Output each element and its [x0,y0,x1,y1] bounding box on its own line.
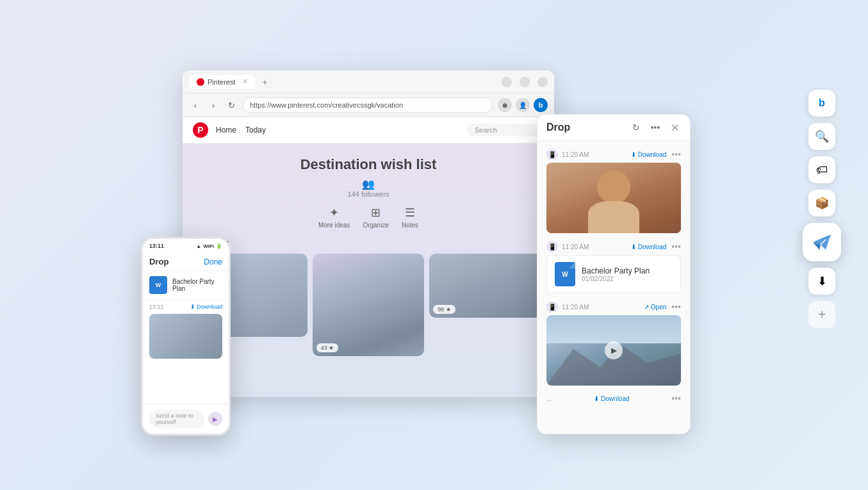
profile-button[interactable]: 👤 [516,98,530,112]
sidebar-add-button[interactable]: + [808,301,835,328]
extensions-button[interactable]: ⊕ [498,98,512,112]
pin-3[interactable]: 98 ★ [429,254,541,318]
tab-close-icon[interactable]: ✕ [242,78,248,86]
pin-2[interactable]: 43 ★ [313,254,425,356]
drop-panel: Drop ↻ ••• ✕ 📱 11:20 AM ⬇ Download ••• [537,114,691,434]
play-button[interactable]: ▶ [605,341,623,359]
sidebar-icons: b 🔍 🏷 📦 ⬇ + [803,90,841,328]
drop-message-2-meta: 📱 11:20 AM ⬇ Download ••• [546,241,681,252]
pinterest-tab-icon [197,78,204,86]
pins-count: 126 Pins [195,238,541,247]
drop-last-more[interactable]: ••• [671,393,681,404]
sidebar-logo-button[interactable]: b [808,90,835,117]
phone-file-item[interactable]: W Bachelor Party Plan [143,271,229,300]
drop-message-3-open[interactable]: ↗ Open [644,304,666,311]
reload-button[interactable]: ↻ [225,99,238,111]
drop-more-button[interactable]: ••• [649,121,662,134]
drop-photo-1 [546,163,681,233]
drop-message-2-more[interactable]: ••• [671,241,681,252]
phone-note-input[interactable]: Send a note to yourself [149,409,204,429]
notes-action[interactable]: ☰ Notes [402,206,418,229]
drop-header-actions: ↻ ••• ✕ [630,121,681,134]
forward-button[interactable]: › [207,99,220,111]
board-title: Destination wish list [195,156,541,173]
phone-mockup: 13:11 ▲WiFi🔋 Drop Done W Bachelor Party … [141,237,231,436]
sidebar-box-icon: 📦 [815,196,829,210]
phone-preview-image [149,314,222,359]
drop-content: 📱 11:20 AM ⬇ Download ••• [537,141,690,430]
drop-message-1-download[interactable]: ⬇ Download [631,151,666,158]
phone-download-button[interactable]: ⬇ Download [190,304,222,310]
followers-count: 👥 144 followers [195,178,541,198]
phone-drop-header: Drop Done [143,253,229,271]
organize-action[interactable]: ⊞ Organize [363,206,389,229]
drop-last-download[interactable]: ⬇ Download [594,395,629,402]
phone-input-bar: Send a note to yourself ▶ [143,404,229,434]
drop-message-2-time: 11:20 AM [562,243,589,250]
browser-tab-label: Pinterest [208,78,235,86]
phone-time: 13:11 [149,243,164,249]
drop-file-word-icon: W [555,262,575,286]
drop-landscape-image: ▶ [546,315,681,386]
board-actions: ✦ More ideas ⊞ Organize ☰ Notes [195,206,541,229]
phone-file-name: Bachelor Party Plan [172,278,222,292]
browser-tab[interactable]: Pinterest ✕ [189,75,256,88]
drop-message-3-meta: 📱 11:20 AM ↗ Open ••• [546,301,681,313]
phone-drop-title: Drop [149,257,168,266]
pinterest-nav-links: Home Today [216,126,266,135]
browser-titlebar: Pinterest ✕ + [183,70,554,94]
sidebar-download-button[interactable]: ⬇ [808,268,835,295]
drop-device-icon-2: 📱 [546,241,558,252]
drop-message-1: 📱 11:20 AM ⬇ Download ••• [537,146,690,238]
pin-2-badge: 43 ★ [316,343,339,352]
drop-last-meta: ... ⬇ Download ••• [546,393,681,404]
sidebar-box-button[interactable]: 📦 [808,190,835,216]
phone-done-button[interactable]: Done [204,257,222,266]
phone-status-bar: 13:11 ▲WiFi🔋 [143,239,229,253]
drop-message-1-meta: 📱 11:20 AM ⬇ Download ••• [546,149,681,160]
phone-send-button[interactable]: ▶ [208,412,222,426]
phone-file-icon: W [149,276,167,294]
drop-file-card[interactable]: W Bachelor Party Plan 01/02/2022 [546,255,681,293]
phone-status-icons: ▲WiFi🔋 [196,243,222,249]
window-close[interactable] [537,77,548,87]
drop-landscape-photo: ▶ [546,315,681,386]
drop-message-3-more[interactable]: ••• [671,302,681,312]
sidebar-download-icon: ⬇ [817,274,827,288]
drop-message-1-more[interactable]: ••• [671,149,681,159]
window-minimize[interactable] [502,77,512,87]
bing-logo-icon: b [819,97,825,109]
nav-home[interactable]: Home [216,126,236,135]
phone-download-bar: 13:11 ⬇ Download [143,300,229,314]
drop-message-3-actions: ↗ Open ••• [644,302,681,312]
pinterest-logo: P [193,122,208,138]
bing-button[interactable]: b [534,98,548,112]
sidebar-add-icon: + [818,307,826,322]
drop-last-time: ... [546,395,552,402]
drop-refresh-button[interactable]: ↻ [630,121,643,134]
window-maximize[interactable] [520,77,530,87]
sidebar-tag-button[interactable]: 🏷 [808,156,835,183]
drop-panel-header: Drop ↻ ••• ✕ [537,115,690,141]
drop-message-2: 📱 11:20 AM ⬇ Download ••• W Bachelor Par… [537,238,690,298]
nav-today[interactable]: Today [245,126,266,135]
drop-device-icon-3: 📱 [546,301,558,313]
new-tab-button[interactable]: + [262,77,267,87]
drop-close-button[interactable]: ✕ [668,121,681,134]
drop-message-3: 📱 11:20 AM ↗ Open ••• ▶ [537,298,690,391]
url-text: https://www.pinterest.com/creativecssgk/… [250,101,403,109]
drop-message-2-actions: ⬇ Download ••• [631,241,681,252]
more-ideas-action[interactable]: ✦ More ideas [318,206,350,229]
phone-download-time: 13:11 [149,304,164,310]
sidebar-search-button[interactable]: 🔍 [808,123,835,150]
pinterest-search[interactable]: Search [467,124,544,136]
url-bar[interactable]: https://www.pinterest.com/creativecssgk/… [243,97,493,113]
drop-file-details: Bachelor Party Plan 01/02/2022 [582,266,673,282]
back-button[interactable]: ‹ [189,99,202,111]
sidebar-send-button[interactable] [803,223,841,261]
pinterest-nav: P Home Today Search [183,117,554,143]
landscape-sky [546,315,681,343]
drop-file-name: Bachelor Party Plan [582,266,673,275]
drop-message-1-actions: ⬇ Download ••• [631,149,681,159]
drop-message-2-download[interactable]: ⬇ Download [631,243,666,250]
